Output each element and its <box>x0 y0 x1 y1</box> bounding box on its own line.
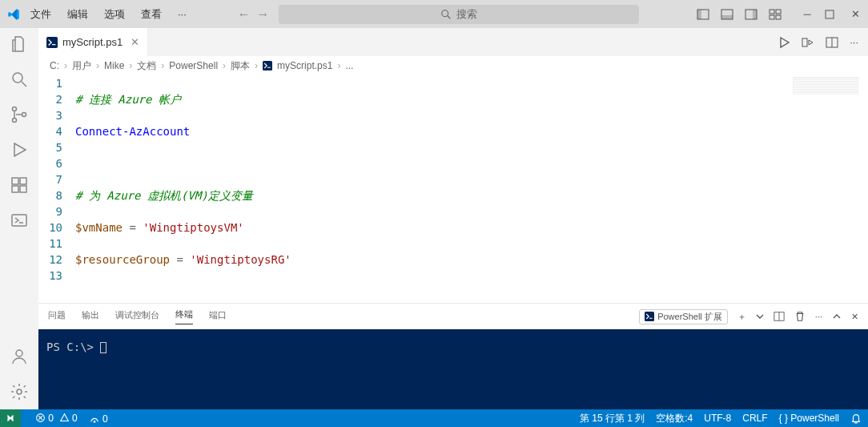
svg-rect-5 <box>721 15 733 19</box>
svg-rect-8 <box>770 10 774 14</box>
status-eol[interactable]: CRLF <box>742 413 767 424</box>
editor-more-icon[interactable]: ··· <box>850 36 858 49</box>
terminal-type-label: PowerShell 扩展 <box>657 311 722 323</box>
bc-6: myScript.ps1 <box>277 60 332 71</box>
tab-close-icon[interactable]: ✕ <box>131 36 139 48</box>
search-side-icon[interactable] <box>10 70 29 89</box>
status-ports[interactable]: 0 <box>89 413 108 425</box>
svg-line-14 <box>22 82 26 87</box>
menu-options[interactable]: 选项 <box>98 4 131 25</box>
run-icon[interactable] <box>778 36 790 49</box>
powershell-file-icon <box>46 37 58 48</box>
breadcrumb[interactable]: C:› 用户› Mike› 文档› PowerShell› 脚本› myScri… <box>38 56 868 75</box>
settings-icon[interactable] <box>10 382 29 401</box>
code-l5-op: = <box>123 221 143 234</box>
terminal-type-badge[interactable]: PowerShell 扩展 <box>639 309 728 324</box>
svg-point-17 <box>22 113 26 117</box>
panel-maximize-icon[interactable] <box>832 312 842 321</box>
terminal[interactable]: PS C:\> <box>38 329 868 409</box>
search-box[interactable]: 搜索 <box>279 5 639 24</box>
panel-tab-ports[interactable]: 端口 <box>209 309 227 324</box>
window-minimize-icon[interactable]: ─ <box>801 8 814 20</box>
search-icon <box>440 9 452 20</box>
svg-rect-10 <box>770 15 774 19</box>
svg-point-23 <box>16 350 22 357</box>
svg-point-24 <box>17 389 22 394</box>
tab-myscript[interactable]: myScript.ps1 ✕ <box>38 28 148 56</box>
account-icon[interactable] <box>10 347 29 366</box>
search-placeholder: 搜索 <box>456 7 477 22</box>
line-numbers: 12345678910111213 <box>38 75 75 303</box>
explorer-icon[interactable] <box>10 34 29 54</box>
terminal-prompt: PS C:\> <box>46 340 100 353</box>
code-l5-var: $vmName <box>75 221 123 234</box>
panel-tab-problems[interactable]: 问题 <box>48 309 66 324</box>
status-encoding[interactable]: UTF-8 <box>704 413 731 424</box>
svg-rect-9 <box>776 10 781 14</box>
window-close-icon[interactable]: ✕ <box>849 8 862 20</box>
vscode-icon <box>6 7 21 22</box>
menu-more[interactable]: ··· <box>171 5 193 23</box>
window-maximize-icon[interactable] <box>825 10 838 19</box>
status-errors[interactable]: 0 0 <box>35 413 78 424</box>
panel-close-icon[interactable]: ✕ <box>851 312 858 322</box>
titlebar: 文件 编辑 选项 查看 ··· ← → 搜索 ─ ✕ <box>0 0 868 28</box>
svg-point-15 <box>13 107 17 111</box>
terminal-dropdown-icon[interactable] <box>756 312 764 320</box>
menu-file[interactable]: 文件 <box>24 4 58 25</box>
layout-custom-icon[interactable] <box>769 8 782 21</box>
panel: 问题 输出 调试控制台 终端 端口 PowerShell 扩展 ＋ ··· <box>38 303 868 409</box>
bc-5: 脚本 <box>231 59 250 73</box>
layout-right-icon[interactable] <box>745 8 757 21</box>
run-selection-icon[interactable] <box>802 36 814 49</box>
terminal-more-icon[interactable]: ··· <box>815 312 822 321</box>
split-terminal-icon[interactable] <box>774 311 785 322</box>
layout-bottom-icon[interactable] <box>721 8 733 21</box>
svg-rect-11 <box>776 15 781 19</box>
status-position[interactable]: 第 15 行第 1 列 <box>580 412 645 425</box>
nav-back-icon[interactable]: ← <box>237 7 250 22</box>
run-debug-icon[interactable] <box>10 140 29 159</box>
notifications-icon[interactable] <box>850 413 862 424</box>
panel-tab-output[interactable]: 输出 <box>82 309 99 324</box>
svg-rect-3 <box>697 10 701 19</box>
menu-edit[interactable]: 编辑 <box>61 4 94 25</box>
code-l6-var: $resourceGroup <box>75 253 170 266</box>
editor[interactable]: 12345678910111213 # 连接 Azure 帐户 Connect-… <box>38 75 868 303</box>
code-l2: Connect-AzAccount <box>75 125 190 138</box>
svg-rect-12 <box>826 10 834 18</box>
bc-3: 文档 <box>137 59 156 73</box>
svg-rect-18 <box>12 178 18 184</box>
code-l6-op: = <box>170 253 190 266</box>
status-errors-count: 0 <box>48 413 54 424</box>
powershell-side-icon[interactable] <box>10 211 29 230</box>
statusbar: 0 0 0 第 15 行第 1 列 空格数:4 UTF-8 CRLF { } P… <box>0 409 868 427</box>
nav-forward-icon[interactable]: → <box>256 7 269 22</box>
svg-point-13 <box>13 73 22 83</box>
remote-icon[interactable] <box>0 409 21 427</box>
source-control-icon[interactable] <box>10 105 29 124</box>
status-language[interactable]: { } PowerShell <box>779 413 839 424</box>
activity-bar <box>0 28 38 409</box>
minimap[interactable] <box>793 77 858 95</box>
code-l6-str: 'WingtiptoysRG' <box>190 253 291 266</box>
code-l4: # 为 Azure 虚拟机(VM)定义变量 <box>75 189 253 202</box>
svg-rect-21 <box>20 186 26 192</box>
svg-rect-7 <box>753 10 757 19</box>
panel-tab-terminal[interactable]: 终端 <box>175 308 193 324</box>
extensions-icon[interactable] <box>10 175 29 195</box>
kill-terminal-icon[interactable] <box>794 311 806 322</box>
bc-4: PowerShell <box>169 60 218 71</box>
status-spaces[interactable]: 空格数:4 <box>656 412 693 425</box>
bc-7: ... <box>345 60 353 71</box>
code-area[interactable]: # 连接 Azure 帐户 Connect-AzAccount # 为 Azur… <box>75 75 868 303</box>
svg-rect-20 <box>12 186 18 192</box>
bc-2: Mike <box>104 60 124 71</box>
tab-bar: myScript.ps1 ✕ ··· <box>38 28 868 56</box>
powershell-badge-icon <box>645 312 654 321</box>
new-terminal-icon[interactable]: ＋ <box>737 311 746 323</box>
layout-left-icon[interactable] <box>697 8 709 21</box>
panel-tab-debug[interactable]: 调试控制台 <box>115 309 159 324</box>
split-editor-icon[interactable] <box>826 36 838 49</box>
menu-view[interactable]: 查看 <box>135 4 168 25</box>
